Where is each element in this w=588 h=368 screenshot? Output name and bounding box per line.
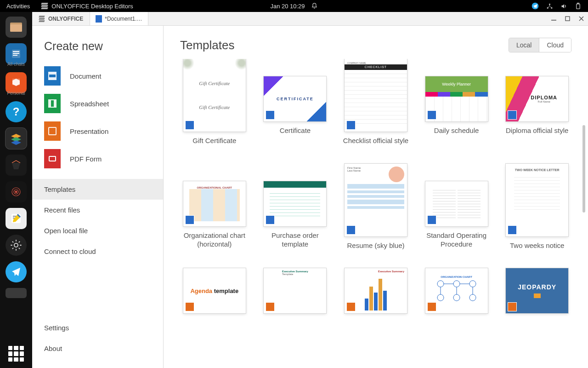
template-name: Diploma official style	[506, 126, 568, 135]
svg-point-25	[453, 294, 460, 301]
doc-badge-icon	[185, 215, 194, 224]
template-thumb: DIPLOMA Full Name	[506, 76, 568, 121]
scrollbar[interactable]	[582, 125, 585, 213]
dock-texteditor-icon[interactable]	[6, 208, 27, 229]
template-sop[interactable]: Standard Operating Procedure	[422, 164, 491, 250]
template-name: Standard Operating Procedure	[422, 231, 491, 249]
template-thumb: ORGANIZATIONAL CHART	[183, 181, 246, 226]
create-pdf-form[interactable]: PDF Form	[32, 145, 163, 172]
template-diploma[interactable]: DIPLOMA Full Name Diploma official style	[503, 59, 571, 145]
template-thumb: TWO WEEK NOTICE LETTER	[506, 164, 568, 236]
document-icon	[44, 66, 61, 86]
template-daily-schedule[interactable]: Weekly Planner Daily schedule	[422, 59, 491, 145]
template-resume[interactable]: First NameLast Name Resume (sky blue)	[341, 164, 410, 250]
main-area: Templates Local Cloud Gift Certificate	[164, 26, 588, 368]
svg-rect-20	[565, 17, 570, 21]
template-certificate[interactable]: CERTIFICATE Certificate	[261, 59, 330, 145]
template-name: Daily schedule	[434, 126, 479, 135]
svg-rect-11	[13, 55, 17, 56]
create-spreadsheet[interactable]: Spreadsheet	[32, 90, 163, 117]
template-name: Resume (sky blue)	[347, 241, 404, 250]
segment-cloud[interactable]: Cloud	[539, 38, 571, 52]
nav-templates[interactable]: Templates	[32, 179, 163, 200]
doc-badge-icon	[508, 225, 517, 235]
template-thumb: JEOPARDY	[506, 268, 568, 313]
template-thumb: ORGANIZATION CHART	[425, 268, 488, 313]
create-presentation[interactable]: Presentation	[32, 117, 163, 145]
tab-strip: ONLYOFFICE *Document1.…	[32, 12, 588, 26]
tab-document1[interactable]: *Document1.…	[90, 12, 148, 25]
pres-badge-icon	[266, 302, 275, 311]
template-agenda[interactable]: Agenda template	[180, 268, 249, 313]
dock-settings-icon[interactable]	[6, 235, 27, 256]
segment-local[interactable]: Local	[509, 38, 539, 52]
template-org-chart[interactable]: ORGANIZATIONAL CHART Organizational char…	[180, 164, 249, 250]
create-pdf-form-label: PDF Form	[70, 155, 102, 163]
template-org-chart-pres[interactable]: ORGANIZATION CHART	[422, 268, 491, 313]
os-dock: All chats Personal ?	[0, 12, 32, 368]
nav-recent-files[interactable]: Recent files	[32, 200, 163, 220]
clock[interactable]: Jan 20 10:29	[270, 3, 305, 10]
svg-point-1	[549, 3, 550, 5]
dock-all-chats-label: All chats	[7, 62, 25, 67]
template-jeopardy[interactable]: JEOPARDY	[503, 268, 571, 313]
dock-drive-icon[interactable]	[6, 288, 27, 298]
template-thumb	[425, 181, 488, 226]
template-exec-summary-b[interactable]: Executive Summary	[341, 268, 410, 313]
tray-volume-icon[interactable]	[560, 3, 567, 10]
template-purchase-order[interactable]: Purchase order template	[261, 164, 330, 250]
doc-badge-icon	[266, 110, 275, 120]
nav-settings[interactable]: Settings	[32, 317, 163, 338]
tray-network-icon[interactable]	[546, 3, 553, 10]
template-name: Purchase order template	[261, 231, 330, 249]
activities-button[interactable]: Activities	[0, 3, 36, 10]
template-exec-summary-a[interactable]: Executive SummaryTemplate	[261, 268, 330, 313]
window-maximize-button[interactable]	[560, 12, 574, 26]
svg-rect-7	[10, 24, 22, 32]
source-segment: Local Cloud	[509, 38, 571, 52]
dock-show-apps-icon[interactable]	[8, 346, 24, 362]
template-thumb: Agenda template	[183, 268, 246, 313]
dock-files-icon[interactable]	[6, 17, 27, 38]
tray-battery-icon[interactable]	[575, 3, 582, 10]
onlyoffice-logo-icon	[39, 16, 45, 22]
create-presentation-label: Presentation	[70, 127, 108, 135]
template-checklist[interactable]: COMPANY NAME CHECKLIST Checklist officia…	[341, 59, 410, 145]
active-app-indicator[interactable]: ONLYOFFICE Desktop Editors	[36, 2, 133, 10]
app-layers-icon	[41, 2, 48, 10]
dock-personal-label: Personal	[7, 91, 25, 96]
spreadsheet-icon	[44, 94, 61, 113]
tray-telegram-icon[interactable]	[531, 2, 539, 10]
create-document[interactable]: Document	[32, 62, 163, 90]
notification-bell-icon[interactable]	[311, 3, 318, 9]
template-gift-certificate[interactable]: Gift Certificate Gift Certificate Gift C…	[180, 59, 249, 145]
template-gallery: Gift Certificate Gift Certificate Gift C…	[180, 59, 571, 313]
svg-rect-5	[577, 3, 579, 4]
app-window: ONLYOFFICE *Document1.… Create new Docum…	[32, 12, 588, 368]
doc-badge-icon	[185, 121, 194, 130]
dock-onlyoffice-icon[interactable]	[6, 128, 27, 149]
create-spreadsheet-label: Spreadsheet	[70, 100, 109, 108]
dock-help-icon[interactable]: ?	[6, 101, 27, 122]
nav-about[interactable]: About	[32, 338, 163, 359]
svg-point-18	[14, 243, 18, 247]
dock-app6-icon[interactable]	[6, 181, 27, 202]
nav-open-local-file[interactable]: Open local file	[32, 220, 163, 241]
window-minimize-button[interactable]	[547, 12, 560, 26]
pres-badge-icon	[508, 302, 517, 311]
svg-rect-10	[13, 53, 19, 54]
doc-badge-icon	[427, 215, 436, 224]
template-thumb: Executive SummaryTemplate	[264, 268, 326, 313]
template-name: Certificate	[280, 126, 311, 135]
tab-home[interactable]: ONLYOFFICE	[32, 12, 90, 25]
create-document-label: Document	[70, 72, 101, 80]
pres-badge-icon	[346, 302, 356, 311]
dock-app5-icon[interactable]	[6, 155, 27, 176]
template-two-weeks[interactable]: TWO WEEK NOTICE LETTER Two weeks notice	[503, 164, 571, 250]
tab-home-label: ONLYOFFICE	[48, 16, 83, 22]
template-thumb: CERTIFICATE	[264, 76, 326, 121]
tab-document1-label: *Document1.…	[105, 16, 142, 22]
dock-telegram-icon[interactable]	[6, 261, 27, 282]
window-close-button[interactable]	[574, 12, 588, 26]
nav-connect-to-cloud[interactable]: Connect to cloud	[32, 241, 163, 262]
